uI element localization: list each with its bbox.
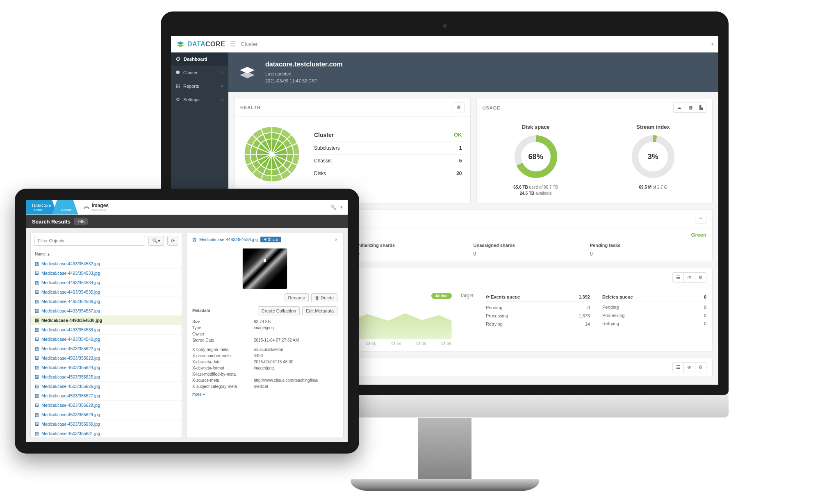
tablet-search-icon[interactable]: 🔍 (330, 205, 336, 210)
tablet-breadcrumb: 🗃 Images Collection (78, 200, 326, 214)
repl-list-button[interactable]: ☰ (673, 273, 683, 282)
edit-metadata-button[interactable]: Edit Metadata (302, 306, 337, 315)
tenant-tab[interactable]: DataCore Tenant (26, 200, 57, 214)
close-icon[interactable]: × (335, 237, 337, 242)
list-item[interactable]: 🖼Medical/case-4503/355623.jpg (31, 353, 182, 363)
rename-button[interactable]: Rename (285, 293, 309, 302)
list-item[interactable]: 🖼Medical/case-4493/354533.jpg (31, 269, 182, 278)
list-item[interactable]: 🖼Medical/case-4493/354535.jpg (31, 287, 182, 297)
sidebar-item-reports[interactable]: ▤Reports» (171, 79, 228, 93)
tablet-caret-icon[interactable]: ▾ (340, 205, 343, 210)
bottom-eye-button[interactable]: 👁 (683, 363, 695, 372)
image-file-icon: 🖼 (35, 347, 39, 351)
list-item[interactable]: 🖼Medical/case-4493/354532.jpg (31, 259, 182, 269)
repl-settings-button[interactable]: ⚙ (695, 273, 706, 282)
list-item[interactable]: 🖼Medical/case-4493/354538.jpg (31, 316, 182, 325)
list-item[interactable]: 🖼Medical/case-4493/354539.jpg (31, 325, 182, 335)
queue-row: Pending0 (602, 303, 706, 311)
stream-title: Stream index (636, 124, 670, 130)
bottom-settings-button[interactable]: ⚙ (695, 363, 706, 372)
list-item[interactable]: 🖼Medical/case-4503/355631.jpg (31, 429, 182, 438)
sidebar-label: Dashboard (184, 57, 207, 62)
collection-label: Collection (92, 208, 109, 212)
usage-grid-button[interactable]: ▦ (685, 103, 696, 112)
list-item[interactable]: 🖼Medical/case-4493/354540.jpg (31, 335, 182, 344)
chevron-right-icon: » (221, 84, 223, 88)
list-item[interactable]: 🖼Medical/case-4503/355626.jpg (31, 382, 182, 391)
delete-button[interactable]: 🗑 Delete (311, 293, 337, 302)
detail-pane: 🖼 Medical/case-4493/354538.jpg ✱ Share ×… (186, 232, 344, 438)
elastic-list-button[interactable]: ☰ (695, 214, 706, 223)
health-print-button[interactable]: 🖶 (453, 103, 464, 112)
list-item[interactable]: 🖼Medical/case-4493/354537.jpg (31, 306, 182, 316)
filter-input[interactable] (34, 236, 145, 246)
sidebar-item-cluster[interactable]: ⬢Cluster» (171, 66, 228, 79)
monitor-stand-neck (418, 418, 472, 484)
refresh-button[interactable]: ⟳ (167, 236, 178, 246)
file-list[interactable]: 🖼Medical/case-4493/354532.jpg🖼Medical/ca… (31, 259, 182, 438)
list-item[interactable]: 🖼Medical/case-4503/355625.jpg (31, 372, 182, 382)
search-dropdown-button[interactable]: 🔍▾ (148, 236, 164, 246)
image-file-icon: 🖼 (35, 271, 39, 276)
health-row: Subclusters1 (312, 142, 464, 155)
metadata-row: Owner (192, 331, 337, 337)
usage-heading: USAGE (483, 105, 501, 110)
cluster-icon: ⬢ (176, 70, 180, 75)
usage-chart-button[interactable]: ▙ (696, 103, 706, 112)
more-link[interactable]: more ▾ (192, 392, 337, 397)
sidebar-label: Reports (183, 84, 199, 89)
image-file-icon: 🖼 (35, 309, 39, 313)
domain-sub: Domain (61, 208, 73, 212)
image-file-icon: 🖼 (35, 422, 39, 426)
detail-path: Medical/case-4493/354538.jpg (199, 237, 258, 242)
disk-space-widget: Disk space 68% (483, 124, 588, 196)
last-updated-label: Last updated (265, 71, 343, 78)
image-file-icon: 🖼 (35, 262, 39, 266)
metadata-row: Typeimage/jpeg (192, 325, 337, 331)
usage-cloud-button[interactable]: ☁ (674, 103, 685, 112)
dashboard-icon: ⏱ (176, 57, 180, 62)
create-collection-button[interactable]: Create Collection (258, 306, 300, 315)
sidebar-item-settings[interactable]: ⚙Settings» (171, 93, 228, 106)
stream-caption: 69.5 M of 2.7 G (639, 184, 667, 190)
monitor-stand-base (351, 479, 539, 491)
sidebar-item-dashboard[interactable]: ⏱Dashboard (171, 52, 228, 66)
health-row: Disks20 (312, 167, 464, 180)
share-button[interactable]: ✱ Share (260, 237, 281, 242)
name-column-header[interactable]: Name ▴ (31, 249, 182, 259)
list-item[interactable]: 🖼Medical/case-4503/355629.jpg (31, 410, 182, 420)
domain-tab[interactable]: Domain (52, 200, 78, 214)
list-item[interactable]: 🖼Medical/case-4503/355624.jpg (31, 363, 182, 372)
sidebar-label: Cluster (183, 70, 198, 75)
image-file-icon: 🖼 (35, 431, 39, 436)
chevron-right-icon: » (221, 70, 223, 75)
list-item[interactable]: 🖼Medical/case-4503/355628.jpg (31, 401, 182, 410)
disk-percent: 68% (513, 134, 558, 179)
camera-dot (443, 24, 447, 28)
metadata-row: X-source-metahttp://www.ctisus.com/teach… (192, 377, 337, 383)
tenant-sub: Tenant (32, 208, 51, 212)
tenant-label: DataCore (32, 203, 51, 208)
list-item[interactable]: 🖼Medical/case-4493/354534.jpg (31, 278, 182, 287)
metadata-row: Size63.74 KB (192, 319, 337, 325)
list-item[interactable]: 🖼Medical/case-4503/355630.jpg (31, 420, 182, 429)
events-queue: ⟳ Events queue1,392 Pending0Processing1,… (486, 293, 590, 346)
list-item[interactable]: 🖼Medical/case-4503/355627.jpg (31, 391, 182, 401)
search-results-title: Search Results (32, 219, 71, 225)
brand-icon (176, 40, 185, 49)
health-panel: HEALTH 🖶 (234, 98, 471, 203)
deletes-queue: Deletes queue0 Pending0Processing0Retryi… (602, 293, 706, 346)
x-tick: 03-04 (391, 342, 401, 346)
brand-text: DATACORE (187, 41, 225, 48)
shard-col: Unassigned shards0 (474, 243, 590, 257)
user-menu-caret-icon[interactable]: ▾ (711, 42, 713, 46)
list-item[interactable]: 🖼Medical/case-4503/355622.jpg (31, 344, 182, 353)
bottom-list-button[interactable]: ☰ (673, 363, 683, 372)
cluster-logo-icon (237, 63, 257, 82)
hamburger-icon[interactable]: ☰ (230, 40, 236, 48)
repl-dashboard-button[interactable]: ⏱ (683, 273, 695, 282)
list-item[interactable]: 🖼Medical/case-4493/354536.jpg (31, 297, 182, 306)
brand-logo[interactable]: DATACORE (176, 40, 225, 49)
image-file-icon: 🖼 (35, 403, 39, 408)
cluster-label: Cluster (314, 132, 334, 138)
